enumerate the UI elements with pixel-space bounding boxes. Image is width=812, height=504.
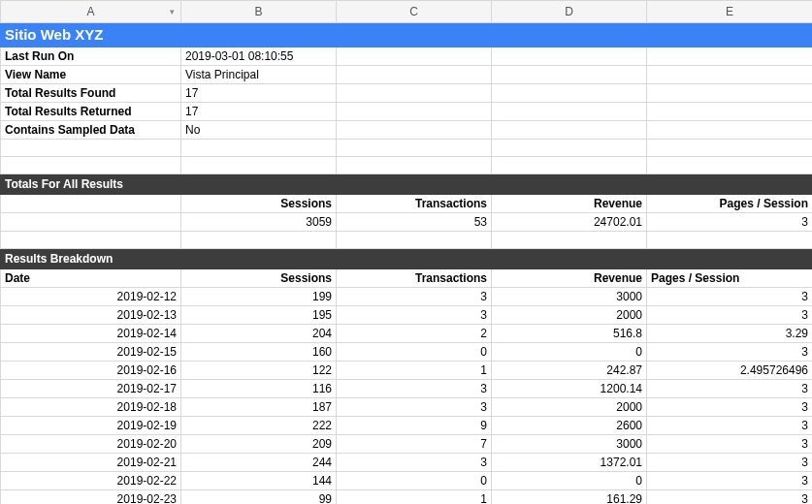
table-cell[interactable]: 2019-02-14: [1, 325, 181, 343]
table-cell[interactable]: 99: [181, 490, 337, 505]
table-cell[interactable]: 160: [181, 343, 337, 362]
table-cell[interactable]: 3: [647, 380, 813, 398]
cell-empty[interactable]: [492, 103, 647, 121]
table-cell[interactable]: 0: [337, 343, 492, 362]
table-cell[interactable]: 2600: [492, 417, 647, 435]
column-header-A[interactable]: A ▾: [1, 1, 181, 23]
column-header-D[interactable]: D: [492, 1, 647, 23]
totals-value[interactable]: 24702.01: [492, 213, 647, 232]
cell-empty[interactable]: [1, 213, 181, 232]
meta-label[interactable]: Total Results Found: [1, 84, 181, 103]
meta-value[interactable]: 17: [181, 103, 337, 121]
column-header-B[interactable]: B: [181, 1, 337, 23]
table-cell[interactable]: 1: [337, 490, 492, 505]
table-cell[interactable]: 2019-02-22: [1, 472, 181, 490]
table-cell[interactable]: 3: [647, 435, 813, 454]
cell-empty[interactable]: [337, 121, 492, 140]
table-cell[interactable]: 2019-02-16: [1, 362, 181, 380]
meta-label[interactable]: Contains Sampled Data: [1, 121, 181, 140]
cell-empty[interactable]: [337, 103, 492, 121]
table-cell[interactable]: 3000: [492, 288, 647, 306]
cell-empty[interactable]: [337, 47, 492, 66]
table-cell[interactable]: 0: [492, 343, 647, 362]
table-cell[interactable]: 195: [181, 306, 337, 325]
meta-value[interactable]: Vista Principal: [181, 66, 337, 84]
column-header-E[interactable]: E: [647, 1, 813, 23]
table-cell[interactable]: 2019-02-18: [1, 398, 181, 417]
breakdown-header[interactable]: Sessions: [181, 269, 337, 288]
table-cell[interactable]: 3: [647, 490, 813, 505]
table-cell[interactable]: 3000: [492, 435, 647, 454]
table-cell[interactable]: 0: [337, 472, 492, 490]
table-cell[interactable]: 3: [647, 417, 813, 435]
table-cell[interactable]: 116: [181, 380, 337, 398]
cell-empty[interactable]: [337, 84, 492, 103]
table-cell[interactable]: 516.8: [492, 325, 647, 343]
cell-empty[interactable]: [337, 66, 492, 84]
table-cell[interactable]: 3: [337, 398, 492, 417]
breakdown-header[interactable]: Revenue: [492, 269, 647, 288]
table-cell[interactable]: 242.87: [492, 362, 647, 380]
table-cell[interactable]: 3: [647, 454, 813, 472]
meta-value[interactable]: 17: [181, 84, 337, 103]
table-cell[interactable]: 144: [181, 472, 337, 490]
table-cell[interactable]: 3: [337, 454, 492, 472]
table-cell[interactable]: 3: [647, 306, 813, 325]
table-cell[interactable]: 3: [337, 288, 492, 306]
table-cell[interactable]: 122: [181, 362, 337, 380]
table-cell[interactable]: 2019-02-19: [1, 417, 181, 435]
table-cell[interactable]: 2019-02-13: [1, 306, 181, 325]
table-cell[interactable]: 3: [647, 343, 813, 362]
column-header-C[interactable]: C: [337, 1, 492, 23]
table-cell[interactable]: 2000: [492, 398, 647, 417]
cell-empty[interactable]: [492, 47, 647, 66]
table-cell[interactable]: 2019-02-15: [1, 343, 181, 362]
totals-header[interactable]: Transactions: [337, 195, 492, 213]
table-cell[interactable]: 7: [337, 435, 492, 454]
totals-value[interactable]: 3: [647, 213, 813, 232]
table-cell[interactable]: 2019-02-17: [1, 380, 181, 398]
cell-empty[interactable]: [647, 84, 813, 103]
table-cell[interactable]: 3.29: [647, 325, 813, 343]
table-cell[interactable]: 0: [492, 472, 647, 490]
table-cell[interactable]: 2019-02-12: [1, 288, 181, 306]
table-cell[interactable]: 3: [647, 472, 813, 490]
totals-value[interactable]: 53: [337, 213, 492, 232]
table-cell[interactable]: 199: [181, 288, 337, 306]
table-cell[interactable]: 2019-02-21: [1, 454, 181, 472]
cell-empty[interactable]: [492, 121, 647, 140]
meta-label[interactable]: View Name: [1, 66, 181, 84]
table-cell[interactable]: 204: [181, 325, 337, 343]
meta-value[interactable]: No: [181, 121, 337, 140]
table-cell[interactable]: 3: [337, 306, 492, 325]
totals-header[interactable]: Sessions: [181, 195, 337, 213]
table-cell[interactable]: 9: [337, 417, 492, 435]
table-cell[interactable]: 222: [181, 417, 337, 435]
breakdown-header[interactable]: Transactions: [337, 269, 492, 288]
table-cell[interactable]: 2019-02-23: [1, 490, 181, 505]
table-cell[interactable]: 1200.14: [492, 380, 647, 398]
column-filter-icon[interactable]: ▾: [170, 1, 175, 22]
cell-empty[interactable]: [647, 47, 813, 66]
table-cell[interactable]: 3: [647, 288, 813, 306]
totals-value[interactable]: 3059: [181, 213, 337, 232]
totals-header[interactable]: Revenue: [492, 195, 647, 213]
table-cell[interactable]: 161.29: [492, 490, 647, 505]
cell-empty[interactable]: [492, 84, 647, 103]
table-cell[interactable]: 3: [337, 380, 492, 398]
table-cell[interactable]: 2.495726496: [647, 362, 813, 380]
cell-empty[interactable]: [647, 66, 813, 84]
cell-empty[interactable]: [1, 195, 181, 213]
table-cell[interactable]: 1: [337, 362, 492, 380]
meta-value[interactable]: 2019-03-01 08:10:55: [181, 47, 337, 66]
cell-empty[interactable]: [647, 103, 813, 121]
table-cell[interactable]: 2: [337, 325, 492, 343]
table-cell[interactable]: 209: [181, 435, 337, 454]
cell-empty[interactable]: [492, 66, 647, 84]
meta-label[interactable]: Last Run On: [1, 47, 181, 66]
breakdown-header[interactable]: Pages / Session: [647, 269, 813, 288]
cell-empty[interactable]: [647, 121, 813, 140]
table-cell[interactable]: 187: [181, 398, 337, 417]
breakdown-header[interactable]: Date: [1, 269, 181, 288]
table-cell[interactable]: 1372.01: [492, 454, 647, 472]
